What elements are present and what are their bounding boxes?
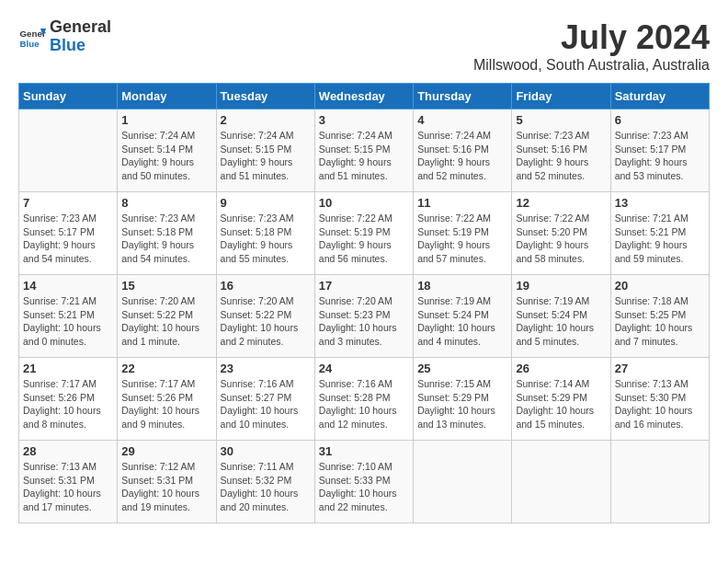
day-number: 28 xyxy=(23,444,113,458)
day-cell: 12Sunrise: 7:22 AM Sunset: 5:20 PM Dayli… xyxy=(512,192,610,275)
day-cell: 20Sunrise: 7:18 AM Sunset: 5:25 PM Dayli… xyxy=(610,275,709,358)
day-number: 13 xyxy=(615,196,705,210)
day-info: Sunrise: 7:15 AM Sunset: 5:29 PM Dayligh… xyxy=(417,377,507,431)
day-number: 19 xyxy=(516,279,606,293)
day-cell: 14Sunrise: 7:21 AM Sunset: 5:21 PM Dayli… xyxy=(19,275,118,358)
day-info: Sunrise: 7:21 AM Sunset: 5:21 PM Dayligh… xyxy=(23,294,113,349)
logo: General Blue General Blue xyxy=(18,18,111,55)
day-number: 1 xyxy=(121,113,211,127)
day-cell: 2Sunrise: 7:24 AM Sunset: 5:15 PM Daylig… xyxy=(216,109,314,192)
day-number: 27 xyxy=(615,362,705,375)
day-info: Sunrise: 7:23 AM Sunset: 5:17 PM Dayligh… xyxy=(615,129,705,183)
week-row-1: 1Sunrise: 7:24 AM Sunset: 5:14 PM Daylig… xyxy=(19,109,710,192)
day-info: Sunrise: 7:16 AM Sunset: 5:28 PM Dayligh… xyxy=(319,377,409,431)
day-cell xyxy=(610,441,709,523)
day-info: Sunrise: 7:17 AM Sunset: 5:26 PM Dayligh… xyxy=(23,377,113,431)
day-number: 8 xyxy=(121,196,211,210)
week-row-5: 28Sunrise: 7:13 AM Sunset: 5:31 PM Dayli… xyxy=(19,441,710,523)
day-number: 12 xyxy=(516,196,606,210)
day-number: 26 xyxy=(516,362,606,375)
day-cell: 7Sunrise: 7:23 AM Sunset: 5:17 PM Daylig… xyxy=(19,192,118,275)
day-info: Sunrise: 7:24 AM Sunset: 5:16 PM Dayligh… xyxy=(417,129,507,183)
day-info: Sunrise: 7:24 AM Sunset: 5:14 PM Dayligh… xyxy=(121,129,211,183)
day-info: Sunrise: 7:17 AM Sunset: 5:26 PM Dayligh… xyxy=(121,377,211,431)
day-info: Sunrise: 7:23 AM Sunset: 5:17 PM Dayligh… xyxy=(23,212,113,266)
day-info: Sunrise: 7:20 AM Sunset: 5:23 PM Dayligh… xyxy=(319,294,409,349)
calendar-table: SundayMondayTuesdayWednesdayThursdayFrid… xyxy=(18,83,710,523)
day-cell: 28Sunrise: 7:13 AM Sunset: 5:31 PM Dayli… xyxy=(19,441,118,523)
day-cell: 9Sunrise: 7:23 AM Sunset: 5:18 PM Daylig… xyxy=(216,192,314,275)
day-number: 23 xyxy=(221,362,311,375)
header-cell-monday: Monday xyxy=(118,84,216,109)
day-cell: 10Sunrise: 7:22 AM Sunset: 5:19 PM Dayli… xyxy=(314,192,413,275)
day-cell: 30Sunrise: 7:11 AM Sunset: 5:32 PM Dayli… xyxy=(216,441,314,523)
day-cell: 6Sunrise: 7:23 AM Sunset: 5:17 PM Daylig… xyxy=(610,109,709,192)
logo-icon: General Blue xyxy=(18,23,46,51)
day-info: Sunrise: 7:18 AM Sunset: 5:25 PM Dayligh… xyxy=(615,294,705,349)
day-info: Sunrise: 7:19 AM Sunset: 5:24 PM Dayligh… xyxy=(417,294,507,349)
day-number: 18 xyxy=(417,279,507,293)
day-info: Sunrise: 7:23 AM Sunset: 5:18 PM Dayligh… xyxy=(121,212,211,266)
day-info: Sunrise: 7:20 AM Sunset: 5:22 PM Dayligh… xyxy=(221,294,311,349)
page-header: General Blue General Blue July 2024 Mill… xyxy=(18,18,710,74)
day-info: Sunrise: 7:16 AM Sunset: 5:27 PM Dayligh… xyxy=(221,377,311,431)
day-number: 2 xyxy=(221,113,311,127)
day-number: 17 xyxy=(319,279,409,293)
location-title: Millswood, South Australia, Australia xyxy=(473,57,710,74)
day-cell: 23Sunrise: 7:16 AM Sunset: 5:27 PM Dayli… xyxy=(216,358,314,441)
day-cell: 21Sunrise: 7:17 AM Sunset: 5:26 PM Dayli… xyxy=(19,358,118,441)
header-cell-friday: Friday xyxy=(512,84,610,109)
day-number: 24 xyxy=(319,362,409,375)
day-cell: 11Sunrise: 7:22 AM Sunset: 5:19 PM Dayli… xyxy=(414,192,512,275)
day-info: Sunrise: 7:19 AM Sunset: 5:24 PM Dayligh… xyxy=(516,294,606,349)
header-cell-saturday: Saturday xyxy=(610,84,709,109)
logo-text: General Blue xyxy=(50,18,111,55)
day-number: 9 xyxy=(221,196,311,210)
day-cell xyxy=(512,441,610,523)
svg-text:Blue: Blue xyxy=(20,38,40,48)
day-number: 29 xyxy=(121,444,211,458)
day-info: Sunrise: 7:10 AM Sunset: 5:33 PM Dayligh… xyxy=(319,460,409,514)
day-info: Sunrise: 7:14 AM Sunset: 5:29 PM Dayligh… xyxy=(516,377,606,431)
day-info: Sunrise: 7:23 AM Sunset: 5:16 PM Dayligh… xyxy=(516,129,606,183)
day-number: 14 xyxy=(23,279,113,293)
day-number: 21 xyxy=(23,362,113,375)
header-cell-thursday: Thursday xyxy=(414,84,512,109)
month-title: July 2024 xyxy=(473,18,710,57)
day-number: 20 xyxy=(615,279,705,293)
day-cell: 19Sunrise: 7:19 AM Sunset: 5:24 PM Dayli… xyxy=(512,275,610,358)
day-cell: 17Sunrise: 7:20 AM Sunset: 5:23 PM Dayli… xyxy=(314,275,413,358)
day-number: 6 xyxy=(615,113,705,127)
day-cell: 13Sunrise: 7:21 AM Sunset: 5:21 PM Dayli… xyxy=(610,192,709,275)
day-number: 25 xyxy=(417,362,507,375)
day-number: 10 xyxy=(319,196,409,210)
day-number: 30 xyxy=(221,444,311,458)
day-cell: 3Sunrise: 7:24 AM Sunset: 5:15 PM Daylig… xyxy=(314,109,413,192)
day-number: 3 xyxy=(319,113,409,127)
title-block: July 2024 Millswood, South Australia, Au… xyxy=(473,18,710,74)
day-number: 22 xyxy=(121,362,211,375)
day-info: Sunrise: 7:21 AM Sunset: 5:21 PM Dayligh… xyxy=(615,212,705,266)
day-number: 16 xyxy=(221,279,311,293)
day-info: Sunrise: 7:24 AM Sunset: 5:15 PM Dayligh… xyxy=(319,129,409,183)
day-cell: 4Sunrise: 7:24 AM Sunset: 5:16 PM Daylig… xyxy=(414,109,512,192)
day-cell: 1Sunrise: 7:24 AM Sunset: 5:14 PM Daylig… xyxy=(118,109,216,192)
day-cell: 24Sunrise: 7:16 AM Sunset: 5:28 PM Dayli… xyxy=(314,358,413,441)
header-row: SundayMondayTuesdayWednesdayThursdayFrid… xyxy=(19,84,710,109)
day-info: Sunrise: 7:22 AM Sunset: 5:19 PM Dayligh… xyxy=(319,212,409,266)
day-cell: 29Sunrise: 7:12 AM Sunset: 5:31 PM Dayli… xyxy=(118,441,216,523)
day-number: 11 xyxy=(417,196,507,210)
day-number: 7 xyxy=(23,196,113,210)
day-cell: 31Sunrise: 7:10 AM Sunset: 5:33 PM Dayli… xyxy=(314,441,413,523)
day-cell: 18Sunrise: 7:19 AM Sunset: 5:24 PM Dayli… xyxy=(414,275,512,358)
day-cell: 5Sunrise: 7:23 AM Sunset: 5:16 PM Daylig… xyxy=(512,109,610,192)
day-number: 4 xyxy=(417,113,507,127)
week-row-4: 21Sunrise: 7:17 AM Sunset: 5:26 PM Dayli… xyxy=(19,358,710,441)
day-info: Sunrise: 7:24 AM Sunset: 5:15 PM Dayligh… xyxy=(221,129,311,183)
day-number: 15 xyxy=(121,279,211,293)
week-row-3: 14Sunrise: 7:21 AM Sunset: 5:21 PM Dayli… xyxy=(19,275,710,358)
week-row-2: 7Sunrise: 7:23 AM Sunset: 5:17 PM Daylig… xyxy=(19,192,710,275)
header-cell-tuesday: Tuesday xyxy=(216,84,314,109)
day-cell: 25Sunrise: 7:15 AM Sunset: 5:29 PM Dayli… xyxy=(414,358,512,441)
day-cell: 16Sunrise: 7:20 AM Sunset: 5:22 PM Dayli… xyxy=(216,275,314,358)
